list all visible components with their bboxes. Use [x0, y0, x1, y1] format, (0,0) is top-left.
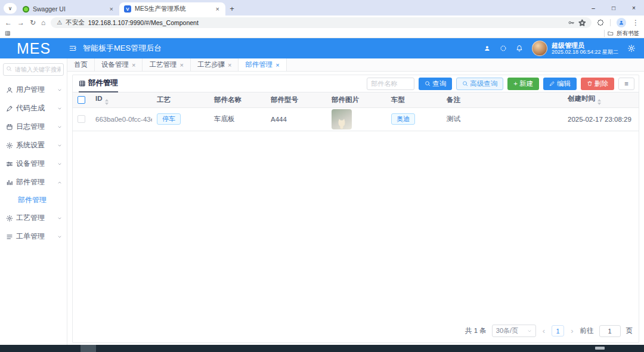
window-maximize-button[interactable]: □: [603, 0, 624, 16]
column-settings-button[interactable]: ≡: [618, 78, 634, 90]
sidebar-collapse-icon[interactable]: [69, 44, 77, 53]
select-all-header: [73, 92, 91, 107]
sidebar-item-workorder-mgmt[interactable]: 工单管理: [0, 227, 67, 246]
extensions-puzzle-icon[interactable]: [597, 19, 604, 26]
sidebar-search-input[interactable]: [3, 63, 64, 76]
cell-model: A444: [266, 107, 327, 131]
home-icon[interactable]: ⌂: [41, 18, 45, 27]
browser-tab-title: Swagger UI: [33, 5, 105, 13]
cell-created: 2025-02-17 23:08:29: [563, 107, 639, 131]
chevron-down-icon: [57, 216, 62, 221]
notification-bell-icon[interactable]: [516, 45, 523, 52]
sidebar-subitem-component-mgmt[interactable]: 部件管理: [0, 192, 67, 209]
tab-device-mgmt[interactable]: 设备管理 ×: [95, 58, 143, 71]
user-icon: [6, 87, 13, 94]
close-tab-icon[interactable]: ×: [109, 5, 114, 13]
username: 超级管理员: [552, 42, 618, 50]
sidebar-item-component-mgmt[interactable]: 部件管理: [0, 173, 67, 192]
vehicle-tag: 奥迪: [391, 113, 415, 125]
forward-icon[interactable]: →: [17, 18, 24, 27]
edit-button[interactable]: 编辑: [543, 78, 577, 90]
taskbar-active-app[interactable]: [80, 345, 96, 352]
search-icon: [6, 66, 12, 72]
page-size-select[interactable]: 30条/页: [492, 325, 536, 337]
user-avatar[interactable]: [532, 41, 547, 56]
settings-gear-icon[interactable]: [627, 44, 636, 53]
tab-component-mgmt[interactable]: 部件管理 ×: [239, 58, 286, 71]
sliders-icon: [6, 160, 13, 168]
column-label: 工艺: [157, 96, 171, 103]
chevron-up-icon: [57, 180, 62, 185]
fullscreen-circle-icon[interactable]: [500, 45, 507, 52]
url-bar[interactable]: ⚠ 不安全 192.168.1.107:9990/#/Mes_Component: [51, 17, 592, 28]
close-tab-icon[interactable]: ×: [275, 61, 279, 69]
sort-icon[interactable]: [597, 99, 601, 105]
query-button[interactable]: 查询: [419, 78, 452, 90]
table-header-row: ID 工艺 部件名称 部件型号 部件图片 车型 备注 创建时间: [73, 92, 639, 107]
profile-avatar-icon[interactable]: [617, 18, 626, 27]
sidebar-item-system-settings[interactable]: 系统设置: [0, 136, 67, 155]
tab-craft-steps[interactable]: 工艺步骤 ×: [191, 58, 239, 71]
trash-icon: [587, 81, 593, 87]
url-text[interactable]: 192.168.1.107:9990/#/Mes_Component: [88, 19, 199, 26]
bookmark-star-icon[interactable]: [578, 19, 586, 26]
select-all-checkbox[interactable]: [78, 96, 85, 104]
column-header-created[interactable]: 创建时间: [563, 92, 639, 107]
back-icon[interactable]: ←: [5, 18, 12, 27]
sidebar-search: [3, 63, 64, 76]
goto-page-input[interactable]: [599, 325, 621, 337]
row-checkbox[interactable]: [78, 115, 85, 123]
sidebar-item-code-gen[interactable]: 代码生成: [0, 99, 67, 118]
cell-vehicle: 奥迪: [386, 107, 442, 131]
close-tab-icon[interactable]: ×: [132, 61, 135, 69]
table-row[interactable]: 663ba0e0-0fcc-43e5-... 停车 车底板 A444 奥迪 测试…: [73, 107, 639, 131]
next-page-icon[interactable]: ›: [569, 326, 574, 335]
browser-tab-swagger[interactable]: Swagger UI ×: [18, 2, 119, 16]
column-label: 创建时间: [568, 95, 595, 102]
tab-craft-mgmt[interactable]: 工艺管理 ×: [143, 58, 190, 71]
user-block[interactable]: 超级管理员 2025.02.18 06:54:22 星期二: [532, 41, 618, 56]
total-count-label: 共 1 条: [465, 326, 487, 335]
page-unit-label: 页: [626, 326, 633, 335]
new-tab-button[interactable]: +: [225, 2, 239, 15]
list-icon: [6, 233, 13, 240]
component-name-filter-input[interactable]: [367, 78, 414, 90]
tab-home[interactable]: 首页: [67, 58, 95, 71]
password-key-icon[interactable]: [568, 19, 575, 26]
sidebar-item-craft-mgmt[interactable]: 工艺管理: [0, 209, 67, 227]
prev-page-icon[interactable]: ‹: [541, 326, 546, 335]
browser-menu-icon[interactable]: ⋮: [632, 18, 639, 27]
browser-tabstrip: ∨ Swagger UI × V MES生产管理系统 × + – □ ×: [0, 0, 644, 16]
window-minimize-button[interactable]: –: [583, 0, 603, 16]
window-close-button[interactable]: ×: [624, 0, 644, 16]
sidebar-item-log-mgmt[interactable]: 日志管理: [0, 118, 67, 136]
reload-icon[interactable]: ↻: [30, 18, 36, 27]
component-photo-thumbnail[interactable]: [332, 109, 352, 129]
vue-favicon: V: [124, 5, 131, 13]
sidebar-item-device-mgmt[interactable]: 设备管理: [0, 155, 67, 173]
main-area: 首页 设备管理 × 工艺管理 × 工艺步骤 × 部件管理 ×: [67, 58, 644, 345]
browser-tab-mes[interactable]: V MES生产管理系统 ×: [119, 2, 225, 16]
close-tab-icon[interactable]: ×: [228, 61, 231, 69]
sidebar: 用户管理 代码生成 日志管理 系统设置: [0, 58, 67, 345]
sidebar-item-user-mgmt[interactable]: 用户管理: [0, 81, 67, 99]
apps-grid-icon[interactable]: [5, 30, 11, 36]
sort-icon[interactable]: [105, 99, 109, 105]
tab-search-button[interactable]: ∨: [4, 3, 17, 14]
column-header-image: 部件图片: [327, 92, 386, 107]
create-button[interactable]: + 新建: [507, 78, 539, 90]
divider: [604, 30, 605, 37]
all-bookmarks[interactable]: 所有书签: [604, 30, 639, 38]
user-icon[interactable]: [484, 45, 491, 52]
close-tab-icon[interactable]: ×: [215, 5, 221, 13]
column-header-id[interactable]: ID: [91, 92, 152, 107]
security-label[interactable]: 不安全: [66, 18, 85, 27]
close-tab-icon[interactable]: ×: [179, 61, 183, 69]
delete-button[interactable]: 删除: [581, 78, 614, 90]
advanced-query-button[interactable]: 高级查询: [456, 78, 503, 90]
cell-name: 车底板: [209, 107, 266, 131]
sidebar-item-label: 工艺管理: [16, 213, 57, 223]
page-number-1[interactable]: 1: [552, 325, 564, 336]
tab-label: 工艺步骤: [197, 60, 225, 69]
column-label: 车型: [391, 96, 405, 103]
